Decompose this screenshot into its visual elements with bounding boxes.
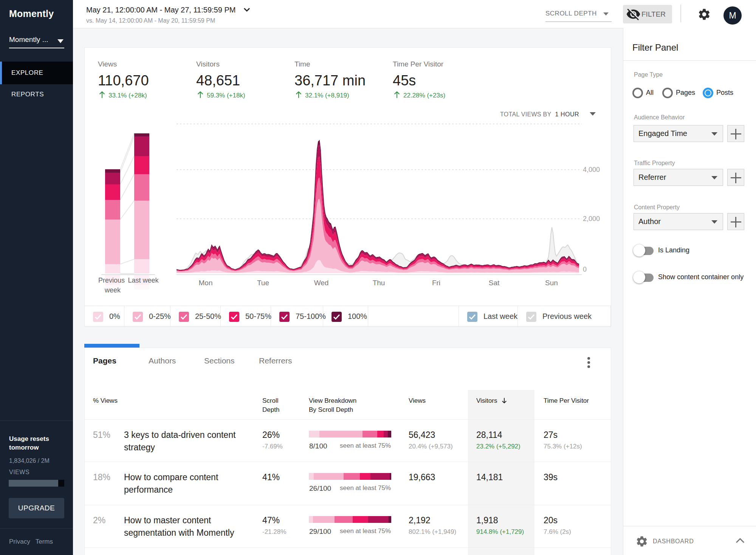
svg-text:Fri: Fri (432, 279, 440, 287)
svg-text:0: 0 (583, 266, 587, 273)
svg-text:2,000: 2,000 (583, 215, 600, 223)
svg-text:Tue: Tue (257, 279, 269, 287)
svg-text:Sun: Sun (545, 279, 558, 287)
svg-text:week: week (104, 286, 121, 294)
svg-text:Mon: Mon (199, 279, 213, 287)
svg-text:Last week: Last week (128, 277, 159, 284)
svg-text:Sat: Sat (489, 279, 500, 287)
svg-text:Wed: Wed (314, 279, 329, 287)
svg-text:Thu: Thu (373, 279, 385, 287)
svg-text:Previous: Previous (98, 277, 125, 284)
svg-text:4,000: 4,000 (583, 166, 600, 173)
